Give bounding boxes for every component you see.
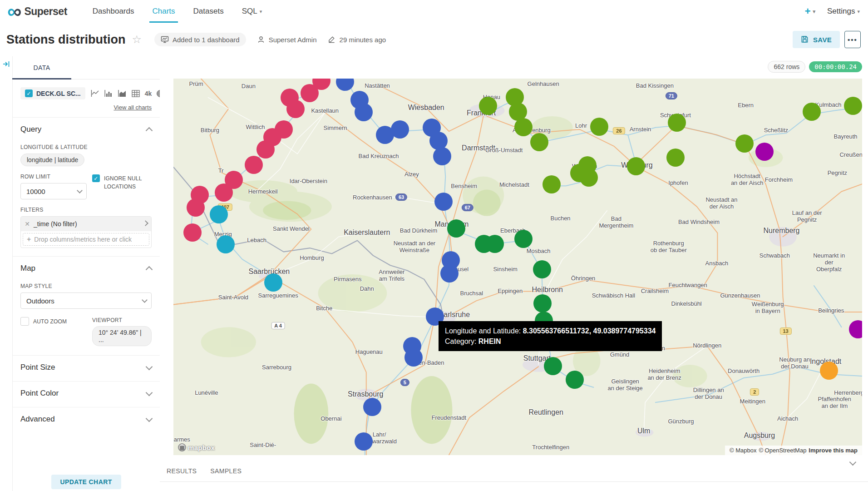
tab-samples[interactable]: SAMPLES — [210, 467, 242, 475]
map-point-lime[interactable] — [514, 118, 533, 136]
save-icon — [801, 35, 809, 44]
map-point-green[interactable] — [514, 230, 533, 248]
lonlat-value-pill[interactable]: longitude | latitude — [20, 154, 84, 166]
add-new-button[interactable]: +▾ — [805, 5, 815, 17]
superset-logo-icon: ∞ — [7, 3, 21, 20]
deckgl-scatter-map[interactable]: PrümDaunNastättenGelnhausenHanauBad Kiss… — [173, 79, 862, 455]
map-point-pink[interactable] — [256, 140, 275, 159]
map-point-pink[interactable] — [215, 184, 233, 202]
expand-panel-icon[interactable] — [2, 60, 10, 70]
map-point-green[interactable] — [533, 294, 552, 312]
map-point-blue[interactable] — [355, 432, 373, 451]
map-point-pink[interactable] — [183, 223, 202, 242]
table-icon[interactable] — [132, 90, 140, 97]
map-point-blue[interactable] — [429, 132, 448, 150]
last-modified-badge[interactable]: 29 minutes ago — [328, 35, 386, 44]
tooltip-lonlat-label: Longitude and Latitude: — [445, 327, 523, 335]
update-chart-button[interactable]: UPDATE CHART — [51, 475, 121, 489]
more-options-button[interactable]: ••• — [844, 31, 861, 48]
dashboards-badge[interactable]: Added to 1 dashboard — [154, 33, 246, 46]
map-point-blue[interactable] — [355, 103, 373, 121]
map-point-blue[interactable] — [391, 120, 409, 139]
brand-name: Superset — [24, 5, 67, 18]
map-point-green[interactable] — [447, 219, 465, 238]
map-point-pink[interactable] — [245, 156, 263, 174]
plus-icon: + — [805, 5, 811, 17]
map-point-cyan[interactable] — [217, 235, 235, 253]
nav-item-label: SQL — [242, 7, 257, 16]
map-point-lime[interactable] — [668, 114, 686, 132]
map-attribution: © Mapbox © OpenStreetMap Improve this ma… — [725, 446, 862, 455]
map-point-lime[interactable] — [627, 157, 645, 175]
map-point-blue[interactable] — [434, 193, 453, 211]
map-point-lime[interactable] — [530, 133, 548, 151]
area-chart-icon[interactable] — [118, 89, 127, 97]
map-point-pink[interactable] — [286, 100, 305, 118]
query-section-title: Query — [20, 125, 41, 134]
map-point-cyan[interactable] — [264, 273, 282, 292]
remove-filter-icon[interactable]: ✕ — [21, 220, 34, 228]
map-style-select[interactable]: Outdoors — [20, 293, 152, 309]
map-point-blue[interactable] — [433, 147, 451, 165]
map-point-lime[interactable] — [590, 118, 608, 136]
viewport-value-pill[interactable]: 10° 24' 49.86" | ... — [92, 326, 152, 346]
settings-menu[interactable]: Settings▾ — [827, 7, 860, 16]
map-point-lime[interactable] — [844, 97, 862, 115]
collapse-results-chevron-icon[interactable] — [850, 458, 855, 466]
point-color-section-header[interactable]: Point Color — [20, 382, 152, 401]
filter-item[interactable]: ✕ _time (No filter) — [21, 217, 151, 231]
map-point-pink[interactable] — [301, 84, 319, 102]
line-chart-icon[interactable] — [91, 89, 99, 97]
map-point-lime[interactable] — [542, 175, 561, 193]
row-limit-select[interactable]: 10000 — [20, 183, 87, 199]
tab-data-label: DATA — [34, 64, 50, 71]
improve-map-link[interactable]: Improve this map — [809, 447, 858, 454]
map-point-lime[interactable] — [570, 164, 588, 182]
superset-logo[interactable]: ∞ Superset — [7, 3, 67, 20]
point-size-section-header[interactable]: Point Size — [20, 356, 152, 375]
view-all-charts-link[interactable]: View all charts — [20, 104, 152, 111]
map-point-lime[interactable] — [479, 97, 497, 115]
advanced-section-header[interactable]: Advanced — [20, 407, 152, 427]
map-point-blue[interactable] — [440, 264, 459, 283]
map-point-purple[interactable] — [755, 143, 774, 161]
mapbox-icon: ▣ — [178, 443, 186, 451]
map-point-green[interactable] — [544, 357, 562, 375]
owner-badge-label: Superset Admin — [269, 36, 317, 44]
favorite-star-icon[interactable]: ☆ — [132, 33, 142, 46]
mapbox-logo[interactable]: ▣ mapbox — [178, 443, 215, 451]
map-point-green[interactable] — [486, 235, 504, 253]
map-point-lime[interactable] — [735, 134, 754, 153]
nav-item-datasets[interactable]: Datasets — [184, 0, 233, 23]
ignore-null-checkbox-row[interactable]: ✓ IGNORE NULL LOCATIONS — [92, 174, 152, 191]
mapbox-attribution-link[interactable]: © Mapbox — [730, 447, 756, 454]
nav-item-sql[interactable]: SQL▾ — [233, 0, 271, 23]
nav-item-dashboards[interactable]: Dashboards — [84, 0, 143, 23]
map-point-green[interactable] — [566, 371, 584, 389]
map-point-cyan[interactable] — [210, 205, 228, 223]
osm-attribution-link[interactable]: © OpenStreetMap — [759, 447, 806, 454]
query-section-header[interactable]: Query — [20, 118, 152, 137]
dashboard-icon — [161, 35, 169, 44]
chevron-down-icon: ▾ — [260, 9, 262, 15]
save-button[interactable]: SAVE — [793, 31, 840, 48]
viz-type-row: ✓ DECK.GL SC... 4k — [20, 87, 152, 99]
owner-badge[interactable]: Superset Admin — [257, 35, 317, 44]
nav-item-charts[interactable]: Charts — [143, 0, 184, 23]
viz-type-selected[interactable]: ✓ DECK.GL SC... — [20, 87, 85, 99]
map-point-green[interactable] — [533, 260, 551, 278]
map-point-blue[interactable] — [363, 398, 381, 416]
advanced-title: Advanced — [20, 415, 55, 424]
map-point-pink[interactable] — [187, 198, 205, 217]
bar-chart-icon[interactable] — [104, 89, 113, 97]
map-point-lime[interactable] — [803, 103, 821, 121]
map-section-header[interactable]: Map — [20, 257, 152, 276]
map-point-orange[interactable] — [820, 362, 838, 380]
filter-drop-zone[interactable]: + Drop columns/metrics here or click — [23, 233, 149, 246]
map-point-lime[interactable] — [666, 149, 685, 167]
tab-data[interactable]: DATA — [12, 56, 71, 79]
map-point-blue[interactable] — [404, 348, 423, 367]
big-number-icon[interactable]: 4k — [145, 90, 152, 97]
auto-zoom-checkbox-row[interactable]: AUTO ZOOM — [20, 317, 87, 326]
tab-results[interactable]: RESULTS — [167, 467, 197, 475]
